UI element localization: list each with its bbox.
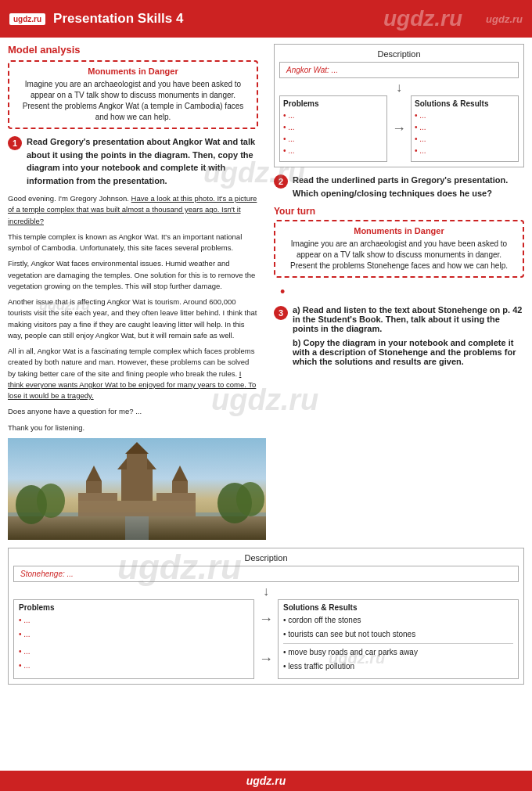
right-column: Description Angkor Wat: ... ↓ Problems .… — [266, 38, 532, 543]
angkor-wat-desc: Angkor Wat: ... — [279, 62, 519, 78]
solutions-box-title: Solutions & Results — [415, 99, 515, 108]
solutions-box: Solutions & Results ... ... ... ... — [411, 95, 519, 162]
s-problem-4: ... — [19, 660, 249, 671]
presentation-paragraph-1: Good evening. I'm Gregory Johnson. Have … — [8, 193, 258, 227]
monuments-box-body-1: Imagine you are an archaeologist and you… — [17, 79, 249, 123]
sol-divider — [283, 643, 513, 644]
bullet-dot: • — [280, 284, 524, 300]
section-header: ugdz.ru Presentation Skills 4 ugdz.ru ug… — [0, 0, 532, 38]
s-sol-2-1: move busy roads and car parks away — [283, 647, 513, 658]
instruction-3a: a) Read and listen to the text about Sto… — [293, 305, 524, 333]
stonehenge-problems-list: ... ... ... ... — [19, 615, 249, 671]
number-2-circle: 2 — [274, 174, 288, 189]
presentation-paragraph-7: Thank you for listening. — [8, 422, 258, 433]
stonehenge-problems-title: Problems — [19, 603, 249, 612]
number-3-circle: 3 — [274, 306, 288, 320]
problems-solutions-row: Problems ... ... ... ... → Solutions & R… — [279, 95, 519, 162]
underlined-opening: Have a look at this photo. It's a pictur… — [8, 194, 257, 225]
number-1-circle: 1 — [8, 136, 22, 150]
presentation-paragraph-2: This temple complex is known as Angkor W… — [8, 232, 258, 254]
angkor-wat-image — [8, 438, 266, 540]
stonehenge-diagram-title: Description — [13, 553, 519, 563]
solution-3: ... — [415, 135, 515, 143]
instruction-1-text: Read Gregory's presentation about Angkor… — [27, 135, 258, 187]
instruction-2-text: Read the underlined parts in Gregory's p… — [293, 174, 524, 200]
solutions-list: ... ... ... ... — [415, 111, 515, 155]
problem-3: ... — [283, 135, 383, 143]
model-analysis-title: Model analysis — [8, 44, 258, 56]
presentation-paragraph-3: Firstly, Angkor Wat faces environmental … — [8, 258, 258, 292]
page: ugdz.ru Presentation Skills 4 ugdz.ru ug… — [0, 0, 532, 791]
s-sol-1-1: cordon off the stones — [283, 615, 513, 626]
instruction-3b: b) Copy the diagram in your notebook and… — [293, 338, 524, 366]
instruction-2: 2 Read the underlined parts in Gregory's… — [274, 174, 524, 200]
bottom-section: Description Stonehenge: ... ↓ Problems .… — [0, 548, 532, 708]
monuments-danger-box-1: Monuments in Danger Imagine you are an a… — [8, 60, 258, 129]
presentation-paragraph-4: Another issue that is affecting Angkor W… — [8, 297, 258, 341]
stonehenge-solutions-group1: cordon off the stones tourists can see b… — [283, 615, 513, 640]
stonehenge-solutions: Solutions & Results cordon off the stone… — [278, 599, 519, 679]
temple-svg — [8, 438, 266, 540]
monuments-box-body-2: Imagine you are an archaeologist and you… — [283, 239, 515, 271]
stonehenge-desc: Stonehenge: ... — [13, 566, 519, 582]
stonehenge-solutions-title: Solutions & Results — [283, 603, 513, 612]
left-column: Model analysis Monuments in Danger Imagi… — [0, 38, 266, 543]
stonehenge-arrow: ↓ — [13, 585, 519, 598]
solution-1: ... — [415, 111, 515, 120]
header-watermark: ugdz.ru — [383, 6, 462, 31]
stonehenge-problems: Problems ... ... ... ... — [13, 599, 254, 679]
problem-1: ... — [283, 111, 383, 120]
s-sol-1-2: tourists can see but not touch stones — [283, 629, 513, 640]
svg-rect-17 — [156, 493, 196, 501]
problem-4: ... — [283, 146, 383, 155]
problems-box: Problems ... ... ... ... — [279, 95, 387, 162]
problems-list: ... ... ... ... — [283, 111, 383, 155]
diagram-description-title: Description — [279, 49, 519, 59]
logo-box: ugdz.ru — [9, 13, 45, 25]
middle-arrow: → — [390, 95, 408, 162]
svg-rect-16 — [78, 493, 117, 501]
problem-2: ... — [283, 123, 383, 131]
underlined-closing: I think everyone wants Angkor Wat to be … — [8, 369, 256, 401]
monuments-box-title-2: Monuments in Danger — [283, 226, 515, 236]
svg-point-4 — [37, 484, 65, 518]
footer-watermark: ugdz.ru — [246, 775, 286, 787]
s-problem-1: ... — [19, 615, 249, 626]
s-problem-3: ... — [19, 646, 249, 657]
monuments-danger-box-2: Monuments in Danger Imagine you are an a… — [274, 220, 524, 278]
s-middle-arrows: → → — [257, 599, 275, 679]
presentation-paragraph-6: Does anyone have a question for me? ... — [8, 406, 258, 417]
section-title: Presentation Skills 4 — [53, 11, 183, 27]
diagram-arrow-down: ↓ — [279, 81, 519, 94]
description-diagram: Description Angkor Wat: ... ↓ Problems .… — [274, 44, 524, 167]
s-arrow-2: → — [259, 651, 273, 667]
monuments-box-title-1: Monuments in Danger — [17, 67, 249, 76]
solution-2: ... — [415, 123, 515, 131]
stonehenge-row: Problems ... ... ... ... → → Solutions &… — [13, 599, 519, 679]
instruction-1: 1 Read Gregory's presentation about Angk… — [8, 135, 258, 187]
s-sol-2-2: less traffic pollution — [283, 661, 513, 672]
your-turn-label: Your turn — [274, 206, 524, 217]
instruction-3: 3 a) Read and listen to the text about S… — [274, 305, 524, 366]
footer-bar: ugdz.ru — [0, 771, 532, 791]
presentation-paragraph-5: All in all, Angkor Wat is a fascinating … — [8, 346, 258, 401]
svg-point-6 — [236, 482, 264, 516]
solution-4: ... — [415, 146, 515, 155]
problems-box-title: Problems — [283, 99, 383, 108]
svg-rect-7 — [78, 501, 196, 516]
header-site-right: ugdz.ru — [486, 13, 523, 25]
stonehenge-solutions-group2: move busy roads and car parks away less … — [283, 647, 513, 672]
stonehenge-diagram: Description Stonehenge: ... ↓ Problems .… — [8, 548, 524, 685]
svg-rect-10 — [121, 469, 153, 501]
instruction-3-parts: a) Read and listen to the text about Sto… — [293, 305, 524, 366]
svg-rect-12 — [127, 454, 147, 469]
main-content-row: Model analysis Monuments in Danger Imagi… — [0, 38, 532, 543]
s-problem-2: ... — [19, 629, 249, 640]
svg-rect-18 — [125, 516, 149, 540]
s-arrow-1: → — [259, 611, 273, 627]
